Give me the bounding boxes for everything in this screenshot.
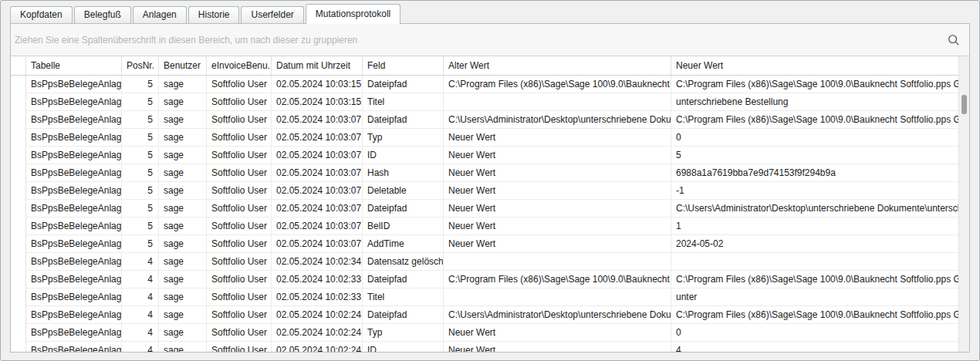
cell-einvoicebenutzer[interactable]: Softfolio User [207, 200, 272, 218]
row-indicator[interactable] [11, 253, 26, 271]
table-row[interactable]: BsPpsBeBelegeAnlagen4sageSoftfolio User0… [11, 253, 969, 271]
cell-alter_wert[interactable] [444, 93, 671, 111]
group-by-panel[interactable]: Ziehen Sie eine Spaltenüberschrift in di… [11, 24, 969, 56]
cell-datum[interactable]: 02.05.2024 10:03:07 [272, 147, 363, 164]
cell-feld[interactable]: Dateipfad [363, 306, 444, 324]
row-indicator[interactable] [11, 200, 26, 218]
cell-posnr[interactable]: 4 [122, 288, 159, 306]
cell-posnr[interactable]: 5 [122, 111, 159, 129]
cell-feld[interactable]: Hash [363, 164, 444, 182]
table-row[interactable]: BsPpsBeBelegeAnlagen5sageSoftfolio User0… [11, 111, 969, 129]
table-row[interactable]: BsPpsBeBelegeAnlagen5sageSoftfolio User0… [11, 200, 969, 218]
cell-alter_wert[interactable]: C:\Program Files (x86)\Sage\Sage 100\9.0… [444, 76, 671, 93]
cell-feld[interactable]: Dateipfad [363, 200, 444, 218]
cell-alter_wert[interactable]: Neuer Wert [444, 235, 671, 253]
cell-posnr[interactable]: 4 [122, 306, 159, 324]
table-row[interactable]: BsPpsBeBelegeAnlagen5sageSoftfolio User0… [11, 129, 969, 147]
cell-alter_wert[interactable]: C:\Users\Administrator\Desktop\unterschr… [444, 306, 671, 324]
cell-benutzer[interactable]: sage [159, 253, 207, 271]
tab-anlagen[interactable]: Anlagen [133, 6, 187, 23]
cell-posnr[interactable]: 5 [122, 218, 159, 235]
tab-kopfdaten[interactable]: Kopfdaten [10, 6, 73, 23]
cell-benutzer[interactable]: sage [159, 200, 207, 218]
cell-neuer_wert[interactable]: 1 [671, 218, 958, 235]
cell-posnr[interactable]: 5 [122, 76, 159, 93]
row-indicator[interactable] [11, 129, 26, 147]
tab-historie[interactable]: Historie [188, 6, 240, 23]
cell-posnr[interactable]: 5 [122, 235, 159, 253]
cell-datum[interactable]: 02.05.2024 10:03:07 [272, 200, 363, 218]
row-indicator[interactable] [11, 235, 26, 253]
table-row[interactable]: BsPpsBeBelegeAnlagen4sageSoftfolio User0… [11, 306, 969, 324]
cell-benutzer[interactable]: sage [159, 164, 207, 182]
cell-neuer_wert[interactable]: C:\Program Files (x86)\Sage\Sage 100\9.0… [671, 76, 958, 93]
cell-alter_wert[interactable] [444, 253, 671, 271]
cell-feld[interactable]: Dateipfad [363, 111, 444, 129]
cell-feld[interactable]: Typ [363, 129, 444, 147]
cell-einvoicebenutzer[interactable]: Softfolio User [207, 235, 272, 253]
table-row[interactable]: BsPpsBeBelegeAnlagen4sageSoftfolio User0… [11, 324, 969, 342]
cell-neuer_wert[interactable]: 2024-05-02 [671, 235, 958, 253]
cell-posnr[interactable]: 4 [122, 271, 159, 288]
tab-mutationsprotokoll[interactable]: Mutationsprotokoll [306, 4, 400, 24]
cell-feld[interactable]: Datensatz gelöscht! [363, 253, 444, 271]
cell-feld[interactable]: ID [363, 147, 444, 164]
cell-datum[interactable]: 02.05.2024 10:03:07 [272, 235, 363, 253]
cell-datum[interactable]: 02.05.2024 10:03:15 [272, 76, 363, 93]
row-indicator[interactable] [11, 324, 26, 342]
cell-posnr[interactable]: 5 [122, 182, 159, 200]
cell-tabelle[interactable]: BsPpsBeBelegeAnlagen [26, 253, 122, 271]
cell-einvoicebenutzer[interactable]: Softfolio User [207, 164, 272, 182]
cell-tabelle[interactable]: BsPpsBeBelegeAnlagen [26, 218, 122, 235]
cell-einvoicebenutzer[interactable]: Softfolio User [207, 111, 272, 129]
cell-benutzer[interactable]: sage [159, 129, 207, 147]
table-row[interactable]: BsPpsBeBelegeAnlagen5sageSoftfolio User0… [11, 182, 969, 200]
cell-datum[interactable]: 02.05.2024 10:02:34 [272, 253, 363, 271]
cell-alter_wert[interactable]: Neuer Wert [444, 218, 671, 235]
cell-einvoicebenutzer[interactable]: Softfolio User [207, 288, 272, 306]
table-row[interactable]: BsPpsBeBelegeAnlagen5sageSoftfolio User0… [11, 218, 969, 235]
cell-posnr[interactable]: 5 [122, 147, 159, 164]
cell-feld[interactable]: BelID [363, 218, 444, 235]
cell-datum[interactable]: 02.05.2024 10:03:07 [272, 182, 363, 200]
cell-tabelle[interactable]: BsPpsBeBelegeAnlagen [26, 93, 122, 111]
cell-neuer_wert[interactable]: C:\Program Files (x86)\Sage\Sage 100\9.0… [671, 271, 958, 288]
cell-alter_wert[interactable]: Neuer Wert [444, 324, 671, 342]
cell-einvoicebenutzer[interactable]: Softfolio User [207, 306, 272, 324]
cell-einvoicebenutzer[interactable]: Softfolio User [207, 253, 272, 271]
cell-datum[interactable]: 02.05.2024 10:03:07 [272, 164, 363, 182]
cell-benutzer[interactable]: sage [159, 271, 207, 288]
cell-feld[interactable]: AddTime [363, 235, 444, 253]
cell-neuer_wert[interactable]: C:\Program Files (x86)\Sage\Sage 100\9.0… [671, 111, 958, 129]
column-header-feld[interactable]: Feld [363, 56, 444, 75]
cell-benutzer[interactable]: sage [159, 218, 207, 235]
cell-datum[interactable]: 02.05.2024 10:02:24 [272, 324, 363, 342]
cell-einvoicebenutzer[interactable]: Softfolio User [207, 324, 272, 342]
cell-tabelle[interactable]: BsPpsBeBelegeAnlagen [26, 111, 122, 129]
row-indicator[interactable] [11, 182, 26, 200]
cell-posnr[interactable]: 5 [122, 129, 159, 147]
cell-posnr[interactable]: 4 [122, 324, 159, 342]
cell-einvoicebenutzer[interactable]: Softfolio User [207, 147, 272, 164]
cell-feld[interactable]: Titel [363, 93, 444, 111]
cell-neuer_wert[interactable]: 6988a1a7619bba7e9d74153f9f294b9a [671, 164, 958, 182]
vertical-scrollbar[interactable] [958, 56, 969, 352]
cell-feld[interactable]: Dateipfad [363, 271, 444, 288]
cell-alter_wert[interactable]: C:\Users\Administrator\Desktop\unterschr… [444, 111, 671, 129]
tab-userfelder[interactable]: Userfelder [241, 6, 303, 23]
cell-feld[interactable]: ID [363, 342, 444, 352]
cell-alter_wert[interactable]: Neuer Wert [444, 182, 671, 200]
row-indicator[interactable] [11, 342, 26, 352]
cell-neuer_wert[interactable]: 5 [671, 147, 958, 164]
cell-alter_wert[interactable]: Neuer Wert [444, 200, 671, 218]
cell-tabelle[interactable]: BsPpsBeBelegeAnlagen [26, 306, 122, 324]
cell-benutzer[interactable]: sage [159, 111, 207, 129]
row-indicator[interactable] [11, 111, 26, 129]
table-row[interactable]: BsPpsBeBelegeAnlagen5sageSoftfolio User0… [11, 235, 969, 253]
cell-alter_wert[interactable] [444, 288, 671, 306]
cell-einvoicebenutzer[interactable]: Softfolio User [207, 271, 272, 288]
cell-tabelle[interactable]: BsPpsBeBelegeAnlagen [26, 200, 122, 218]
cell-tabelle[interactable]: BsPpsBeBelegeAnlagen [26, 182, 122, 200]
cell-alter_wert[interactable]: Neuer Wert [444, 147, 671, 164]
column-header-posnr[interactable]: PosNr. [122, 56, 159, 75]
